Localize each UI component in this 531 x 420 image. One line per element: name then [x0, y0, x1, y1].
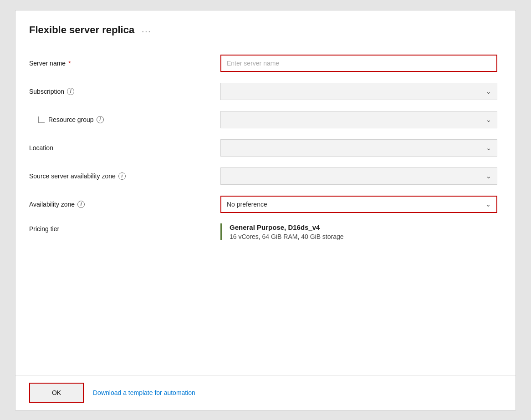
ellipsis-button[interactable]: ... — [140, 24, 153, 35]
availability-zone-label: Availability zone i — [29, 201, 220, 208]
flexible-server-replica-dialog: Flexible server replica ... Server name … — [15, 10, 516, 410]
source-availability-zone-dropdown[interactable]: ⌄ — [220, 167, 497, 185]
dialog-footer: OK Download a template for automation — [15, 375, 516, 410]
server-name-label: Server name * — [29, 60, 220, 67]
subscription-control: ⌄ — [220, 83, 497, 100]
indent-connector — [38, 116, 45, 123]
location-label: Location — [29, 144, 220, 152]
subscription-chevron-icon: ⌄ — [486, 88, 491, 95]
dialog-title: Flexible server replica — [29, 24, 134, 36]
server-name-control — [220, 55, 497, 72]
source-availability-zone-label: Source server availability zone i — [29, 172, 220, 180]
source-az-info-icon[interactable]: i — [118, 172, 126, 180]
pricing-tier-name: General Purpose, D16ds_v4 — [230, 223, 497, 231]
resource-group-chevron-icon: ⌄ — [486, 116, 491, 123]
pricing-tier-value: General Purpose, D16ds_v4 16 vCores, 64 … — [220, 223, 497, 240]
az-chevron-icon: ⌄ — [485, 201, 491, 208]
location-chevron-icon: ⌄ — [486, 144, 491, 152]
location-row: Location ⌄ — [29, 139, 497, 157]
resource-group-info-icon[interactable]: i — [97, 116, 104, 123]
server-name-input[interactable] — [220, 55, 497, 72]
availability-zone-value: No preference — [227, 201, 267, 208]
template-download-link[interactable]: Download a template for automation — [93, 389, 195, 396]
pricing-tier-row: Pricing tier General Purpose, D16ds_v4 1… — [29, 223, 497, 242]
subscription-label: Subscription i — [29, 88, 220, 95]
dialog-body: Flexible server replica ... Server name … — [15, 10, 516, 375]
resource-group-dropdown[interactable]: ⌄ — [220, 111, 497, 128]
availability-zone-row: Availability zone i No preference ⌄ — [29, 195, 497, 213]
required-indicator: * — [68, 60, 71, 67]
location-control: ⌄ — [220, 139, 497, 157]
resource-group-control: ⌄ — [220, 111, 497, 128]
subscription-dropdown[interactable]: ⌄ — [220, 83, 497, 100]
pricing-tier-label: Pricing tier — [29, 223, 220, 233]
availability-zone-dropdown[interactable]: No preference ⌄ — [220, 196, 497, 213]
az-info-icon[interactable]: i — [77, 201, 85, 208]
resource-group-row: Resource group i ⌄ — [29, 111, 497, 129]
dialog-title-row: Flexible server replica ... — [29, 24, 497, 36]
location-dropdown[interactable]: ⌄ — [220, 139, 497, 157]
source-availability-zone-row: Source server availability zone i ⌄ — [29, 167, 497, 185]
resource-group-label-container: Resource group i — [29, 116, 220, 123]
source-az-chevron-icon: ⌄ — [486, 172, 491, 180]
pricing-tier-detail: 16 vCores, 64 GiB RAM, 40 GiB storage — [230, 233, 497, 240]
ok-button[interactable]: OK — [29, 383, 84, 403]
subscription-row: Subscription i ⌄ — [29, 82, 497, 101]
availability-zone-control: No preference ⌄ — [220, 196, 497, 213]
server-name-row: Server name * — [29, 54, 497, 72]
source-availability-zone-control: ⌄ — [220, 167, 497, 185]
subscription-info-icon[interactable]: i — [67, 88, 74, 95]
